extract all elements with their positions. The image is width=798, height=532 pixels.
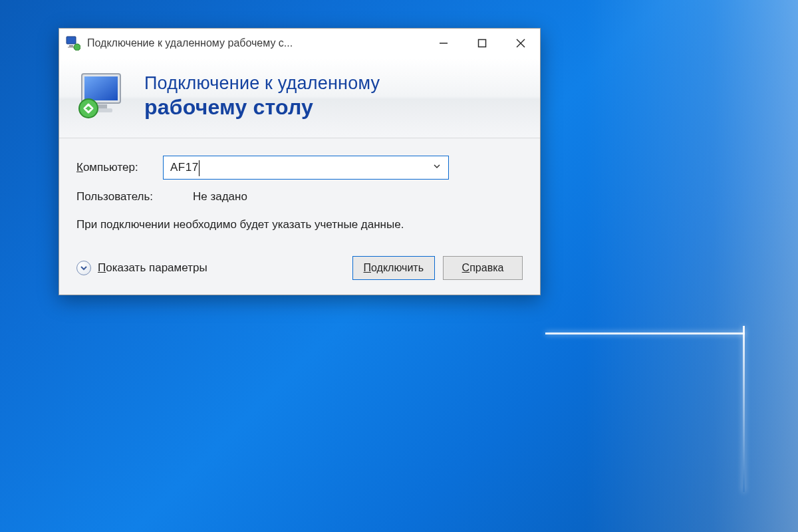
light-effect bbox=[743, 326, 745, 492]
credentials-hint: При подключении необходимо будет указать… bbox=[76, 217, 436, 233]
show-options-link[interactable]: Показать параметры bbox=[76, 261, 344, 275]
svg-rect-1 bbox=[69, 45, 73, 47]
banner-text: Подключение к удаленному рабочему столу bbox=[144, 73, 380, 120]
rdp-app-icon bbox=[66, 36, 80, 51]
close-button[interactable] bbox=[501, 29, 540, 58]
svg-rect-5 bbox=[479, 40, 486, 47]
rdp-window: Подключение к удаленному рабочему с... bbox=[59, 28, 541, 295]
user-value: Не задано bbox=[193, 190, 247, 203]
dialog-body: Компьютер: AF17 Пользователь: Не задано … bbox=[59, 138, 540, 295]
banner-line1: Подключение к удаленному bbox=[144, 73, 380, 94]
computer-row: Компьютер: AF17 bbox=[76, 156, 523, 180]
computer-label: Компьютер: bbox=[76, 161, 163, 174]
text-caret bbox=[199, 160, 200, 176]
light-effect bbox=[545, 332, 745, 334]
chevron-down-circle-icon bbox=[76, 261, 91, 275]
rdp-large-icon bbox=[75, 70, 128, 123]
computer-value: AF17 bbox=[170, 161, 431, 174]
svg-rect-0 bbox=[66, 37, 76, 44]
banner-line2: рабочему столу bbox=[144, 95, 380, 120]
svg-point-3 bbox=[74, 44, 80, 51]
banner: Подключение к удаленному рабочему столу bbox=[59, 58, 540, 138]
show-options-label: Показать параметры bbox=[98, 261, 207, 275]
desktop-background: Подключение к удаленному рабочему с... bbox=[0, 0, 798, 532]
user-row: Пользователь: Не задано bbox=[76, 190, 523, 203]
svg-point-12 bbox=[79, 99, 98, 118]
maximize-button[interactable] bbox=[463, 29, 501, 58]
computer-combobox[interactable]: AF17 bbox=[163, 156, 449, 180]
svg-rect-9 bbox=[84, 76, 118, 100]
footer: Показать параметры Подключить Справка bbox=[76, 256, 523, 280]
titlebar[interactable]: Подключение к удаленному рабочему с... bbox=[59, 29, 540, 58]
connect-button[interactable]: Подключить bbox=[352, 256, 435, 280]
help-button[interactable]: Справка bbox=[443, 256, 523, 280]
minimize-button[interactable] bbox=[424, 29, 463, 58]
chevron-down-icon[interactable] bbox=[431, 161, 443, 174]
window-title: Подключение к удаленному рабочему с... bbox=[87, 37, 424, 49]
user-label: Пользователь: bbox=[76, 190, 193, 203]
